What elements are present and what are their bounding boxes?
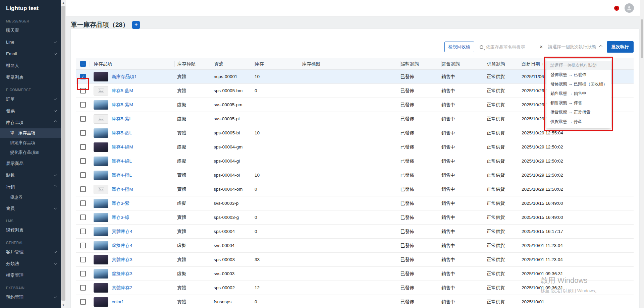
column-header-tags[interactable]: 庫存標籤 <box>302 61 400 67</box>
sidebar-subitem-coupons[interactable]: 優惠券 <box>0 193 61 202</box>
item-name-link[interactable]: 庫存3-紫 <box>112 200 129 206</box>
table-row[interactable]: 庫存5-藍L實體sps-00005-bl10已發佈銷售中正常供貨2025/10/… <box>76 126 634 140</box>
item-name-link[interactable]: 實體庫存3 <box>112 257 132 263</box>
scroll-up-icon[interactable]: ▲ <box>61 1 66 4</box>
sidebar-item-taxonomy[interactable]: 分類法 <box>0 258 61 269</box>
batch-option[interactable]: 銷售狀態 → 銷售中 <box>546 89 611 98</box>
column-header-sale-status[interactable]: 銷售狀態 <box>441 61 487 67</box>
sidebar-item-orders[interactable]: 訂單 <box>0 93 61 105</box>
batch-option[interactable]: 發佈狀態 → 已歸檔（回收桶） <box>546 79 611 89</box>
search-input[interactable] <box>486 45 537 50</box>
batch-option[interactable]: 銷售狀態 → 停售 <box>546 98 611 108</box>
item-name-link[interactable]: 庫存5-藍L <box>112 130 132 136</box>
sidebar-item-audience-list[interactable]: 受眾列表 <box>0 71 61 83</box>
select-all-checkbox[interactable] <box>80 61 86 67</box>
item-name-link[interactable]: 庫存4-橙L <box>112 172 132 178</box>
item-name-link[interactable]: 庫存4-綠M <box>112 144 133 150</box>
row-checkbox[interactable] <box>80 116 86 122</box>
sidebar-item-chat-room[interactable]: 聊天室 <box>0 24 61 36</box>
table-row[interactable]: 庫存4-橙M實體sps-00004-om0已發佈銷售中正常供貨2025/10/2… <box>76 182 634 196</box>
batch-option[interactable]: 請選擇一個批次執行狀態 <box>546 61 611 70</box>
column-header-type[interactable]: 庫存種類 <box>174 61 214 67</box>
sidebar-item-label: 受眾列表 <box>6 74 56 80</box>
batch-run-button[interactable]: 批次執行 <box>607 41 634 53</box>
clear-search-icon[interactable]: × <box>540 44 543 50</box>
row-checkbox[interactable] <box>80 186 86 192</box>
sidebar-item-customer-management[interactable]: 客戶管理 <box>0 246 61 258</box>
table-row[interactable]: 實體庫存3實體sps-0000333已發佈銷售中正常供貨2025/10/01 1… <box>76 253 634 267</box>
row-checkbox[interactable] <box>80 144 86 150</box>
row-checkbox[interactable] <box>80 299 86 305</box>
user-avatar[interactable] <box>625 3 634 13</box>
table-row[interactable]: 庫存4-綠M虛擬sps-00004-gm已發佈銷售中正常供貨2025/10/29… <box>76 140 634 154</box>
row-checkbox[interactable] <box>80 130 86 136</box>
table-row[interactable]: 虛擬庫存3虛擬svs-00003已發佈銷售中正常供貨2025/10/01 09:… <box>76 267 634 281</box>
item-name-link[interactable]: 新庫存品項1 <box>112 74 137 80</box>
batch-status-select[interactable]: 請選擇一個批次執行狀態 <box>548 44 601 50</box>
table-row[interactable]: 實體庫存4實體sps-000040已發佈銷售中正常供貨2025/10/15 16… <box>76 225 634 239</box>
sidebar-item-booking-management[interactable]: 預約管理 <box>0 291 61 303</box>
notification-icon[interactable] <box>614 6 619 11</box>
sidebar-item-course-list[interactable]: 課程列表 <box>0 224 61 236</box>
table-row[interactable]: 庫存3-綠實體sps-00003-g0已發佈銷售中正常供貨2025/10/15 … <box>76 210 634 225</box>
sidebar-item-inventory-items[interactable]: 庫存品項 <box>0 117 61 128</box>
item-name-link[interactable]: 虛擬庫存3 <box>112 271 132 277</box>
view-trash-button[interactable]: 檢視回收桶 <box>444 42 474 52</box>
sidebar-item-members[interactable]: 會員 <box>0 202 61 214</box>
row-checkbox[interactable] <box>80 88 86 94</box>
table-row[interactable]: 虛擬庫存4虛擬svs-00004已發佈銷售中正常供貨2025/10/01 11:… <box>76 239 634 253</box>
row-checkbox[interactable] <box>80 214 86 220</box>
item-name-link[interactable]: 虛擬庫存4 <box>112 243 132 249</box>
sidebar-item-line[interactable]: Line <box>0 36 61 48</box>
sidebar-item-display-products[interactable]: 展示商品 <box>0 158 61 169</box>
sidebar-item-bot[interactable]: 機器人 <box>0 60 61 71</box>
sidebar-scrollbar-thumb[interactable] <box>61 6 65 301</box>
batch-option[interactable]: 供貨狀態 → 停產 <box>546 117 611 126</box>
table-row[interactable]: 實體庫存2實體sps-0000212已發佈銷售中正常供貨2025/10/01 0… <box>76 281 634 295</box>
row-checkbox[interactable] <box>80 158 86 164</box>
sidebar-item-email[interactable]: Email <box>0 48 61 60</box>
sort-desc-icon[interactable]: ↓ <box>542 62 544 66</box>
row-checkbox[interactable] <box>80 102 86 108</box>
table-row[interactable]: 庫存3-紫虛擬svs-00003-p已發佈銷售中正常供貨2025/10/15 1… <box>76 196 634 210</box>
row-checkbox[interactable]: ✓ <box>80 74 86 79</box>
table-row[interactable]: 庫存4-綠L虛擬sps-00004-gl已發佈銷售中正常供貨2025/10/29… <box>76 154 634 168</box>
batch-option[interactable]: 供貨狀態 → 正常供貨 <box>546 108 611 117</box>
sidebar-item-file-management[interactable]: 檔案管理 <box>0 269 61 281</box>
page-scrollbar-thumb[interactable] <box>641 19 643 58</box>
item-name-link[interactable]: 實體庫存4 <box>112 229 132 235</box>
row-checkbox[interactable] <box>80 229 86 234</box>
sidebar-item-invoices[interactable]: 發票 <box>0 105 61 117</box>
row-checkbox[interactable] <box>80 200 86 206</box>
column-header-edit-status[interactable]: 編輯狀態 <box>400 61 441 67</box>
item-name-link[interactable]: 庫存4-橙M <box>112 186 133 192</box>
column-header-code[interactable]: 貨號 <box>214 61 255 67</box>
scroll-down-icon[interactable]: ▼ <box>61 304 66 307</box>
row-checkbox[interactable] <box>80 257 86 262</box>
add-item-button[interactable]: + <box>132 21 140 29</box>
sidebar-item-marketing[interactable]: 行銷 <box>0 181 61 193</box>
item-name-link[interactable]: 庫存5-紫M <box>112 102 133 108</box>
row-checkbox[interactable] <box>80 172 86 178</box>
table-row[interactable]: 庫存4-橙L實體sps-00004-ol10已發佈銷售中正常供貨2025/10/… <box>76 168 634 182</box>
sidebar-subitem-bound-inventory-item[interactable]: 綁定庫存品項 <box>0 138 61 148</box>
row-checkbox[interactable] <box>80 285 86 291</box>
item-name-link[interactable]: 庫存5-紫L <box>112 116 132 122</box>
batch-option[interactable]: 發佈狀態 → 已發佈 <box>546 70 611 79</box>
item-name-link[interactable]: 實體庫存2 <box>112 285 132 291</box>
item-name-link[interactable]: colorf <box>112 299 123 304</box>
row-checkbox[interactable] <box>80 243 86 248</box>
item-name-link[interactable]: 庫存5-藍M <box>112 88 133 94</box>
sidebar-item-points[interactable]: 點數 <box>0 169 61 181</box>
page-scrollbar[interactable] <box>640 0 644 308</box>
column-header-supply-status[interactable]: 供貨狀態 <box>487 61 522 67</box>
column-header-stock[interactable]: 庫存 <box>255 61 302 67</box>
row-checkbox[interactable] <box>80 271 86 276</box>
sidebar-subitem-variant-inventory-group[interactable]: 變化庫存品項組 <box>0 148 61 158</box>
sidebar-subitem-single-inventory-item[interactable]: 單一庫存品項 <box>0 128 61 138</box>
sidebar-scrollbar[interactable]: ▲ ▼ <box>61 0 66 308</box>
table-row[interactable]: colorf實體fsnsnsps0已發佈銷售中正常供貨2025/10/01 <box>76 295 634 308</box>
column-header-item[interactable]: 庫存品項 <box>90 61 174 67</box>
item-name-link[interactable]: 庫存4-綠L <box>112 158 132 164</box>
item-name-link[interactable]: 庫存3-綠 <box>112 214 129 221</box>
